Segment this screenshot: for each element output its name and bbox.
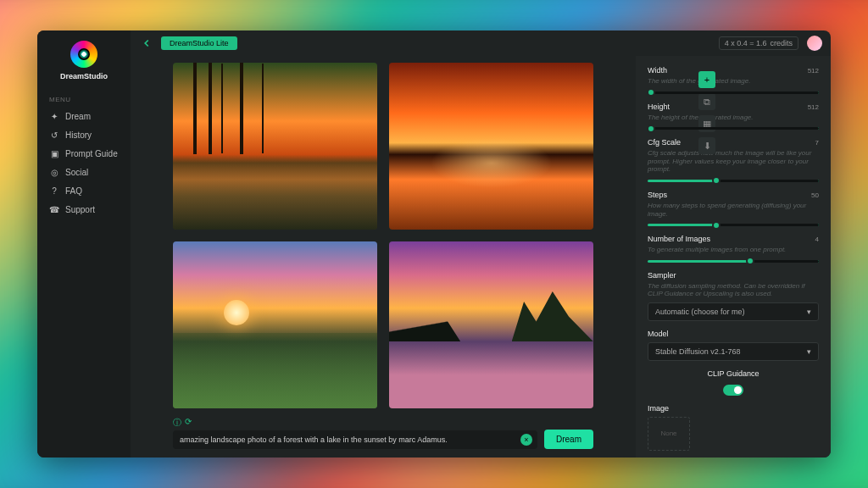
height-slider[interactable]	[648, 127, 819, 130]
sidebar-item-label: Prompt Guide	[65, 149, 118, 158]
setting-label-steps: Steps	[648, 191, 667, 199]
model-select[interactable]: Stable Diffusion v2.1-768 ▾	[648, 342, 819, 361]
support-icon: ☎	[49, 204, 59, 214]
sidebar-item-faq[interactable]: ? FAQ	[37, 181, 131, 200]
setting-label-cfg: Cfg Scale	[648, 138, 681, 147]
clip-guidance-toggle[interactable]	[723, 385, 743, 396]
setting-value-cfg: 7	[815, 139, 819, 147]
credits-label: credits	[770, 39, 793, 47]
credits-box: 4 x 0.4 = 1.6 credits	[719, 36, 798, 50]
sidebar-item-dream[interactable]: ✦ Dream	[37, 107, 131, 125]
faq-icon: ?	[49, 186, 59, 196]
main: DreamStudio Lite 4 x 0.4 = 1.6 credits	[131, 30, 831, 458]
setting-value-steps: 50	[811, 191, 819, 199]
dropzone-placeholder: None	[660, 430, 676, 437]
sidebar-item-history[interactable]: ↺ History	[37, 125, 131, 144]
select-value: Stable Diffusion v2.1-768	[655, 347, 740, 356]
settings-panel: Width 512 The width of the generated ima…	[636, 56, 831, 458]
setting-label-height: Height	[648, 103, 670, 111]
guide-icon: ▣	[49, 148, 59, 158]
select-value: Automatic (choose for me)	[655, 308, 745, 316]
steps-slider[interactable]	[648, 224, 819, 226]
setting-value-width: 512	[808, 67, 819, 75]
cfg-slider[interactable]	[648, 180, 819, 182]
download-tool-icon[interactable]: ⬇	[698, 137, 715, 154]
social-icon: ◎	[49, 167, 59, 177]
sidebar-item-support[interactable]: ☎ Support	[37, 200, 131, 219]
setting-label-count: Number of Images	[648, 235, 710, 243]
topbar: DreamStudio Lite 4 x 0.4 = 1.6 credits	[131, 30, 831, 56]
sidebar-item-label: Dream	[65, 112, 91, 121]
credits-value: 4 x 0.4 = 1.6	[725, 39, 767, 47]
mode-pill[interactable]: DreamStudio Lite	[161, 36, 237, 50]
setting-desc: The height of the generated image.	[648, 114, 819, 122]
menu-heading: MENU	[37, 92, 131, 107]
back-button[interactable]	[139, 36, 154, 51]
copy-tool-icon[interactable]: ⧉	[698, 93, 715, 110]
dream-button[interactable]: Dream	[544, 430, 593, 449]
history-icon[interactable]: ⟳	[185, 417, 192, 429]
setting-label-image: Image	[648, 404, 819, 413]
image-dropzone[interactable]: None	[648, 417, 690, 451]
avatar[interactable]	[807, 36, 822, 51]
logo: DreamStudio	[37, 41, 131, 80]
sidebar-item-label: History	[65, 130, 92, 140]
prompt-input[interactable]	[173, 430, 537, 449]
setting-desc: To generate multiple images from one pro…	[648, 246, 819, 254]
setting-label-sampler: Sampler	[648, 271, 819, 280]
setting-desc: The width of the generated image.	[648, 77, 819, 86]
canvas-tool-strip: + ⧉ ▦ ⬇	[698, 71, 715, 154]
sidebar-item-prompt-guide[interactable]: ▣ Prompt Guide	[37, 144, 131, 163]
wand-icon: ✦	[49, 111, 59, 121]
setting-desc: Cfg scale adjusts how much the image wil…	[648, 149, 819, 174]
sidebar: DreamStudio MENU ✦ Dream ↺ History ▣ Pro…	[37, 30, 131, 458]
setting-desc: The diffusion sampling method. Can be ov…	[648, 282, 819, 298]
width-slider[interactable]	[648, 92, 819, 94]
sidebar-item-label: FAQ	[65, 186, 82, 196]
sidebar-item-social[interactable]: ◎ Social	[37, 163, 131, 181]
result-image[interactable]	[389, 63, 593, 230]
app-window: DreamStudio MENU ✦ Dream ↺ History ▣ Pro…	[37, 30, 831, 458]
setting-value-height: 512	[808, 103, 819, 111]
count-slider[interactable]	[648, 260, 819, 263]
result-image[interactable]	[173, 241, 377, 408]
clear-icon[interactable]: ×	[520, 434, 532, 446]
setting-value-count: 4	[815, 236, 819, 243]
sidebar-item-label: Support	[65, 205, 95, 214]
setting-label-clip: CLIP Guidance	[708, 369, 760, 378]
setting-label-model: Model	[648, 330, 819, 338]
info-icon[interactable]: ⓘ	[173, 417, 181, 429]
add-tool-icon[interactable]: +	[698, 71, 715, 88]
chevron-down-icon: ▾	[807, 308, 811, 316]
setting-label-width: Width	[648, 66, 667, 75]
gallery: ⓘ ⟳ × Dream	[131, 56, 636, 458]
setting-desc: How many steps to spend generating (diff…	[648, 202, 819, 218]
sidebar-item-label: Social	[65, 168, 88, 177]
result-image[interactable]	[389, 241, 593, 408]
chevron-down-icon: ▾	[807, 347, 811, 356]
result-image[interactable]	[173, 63, 377, 230]
app-name: DreamStudio	[60, 72, 108, 80]
sampler-select[interactable]: Automatic (choose for me) ▾	[648, 302, 819, 321]
history-icon: ↺	[49, 130, 59, 140]
